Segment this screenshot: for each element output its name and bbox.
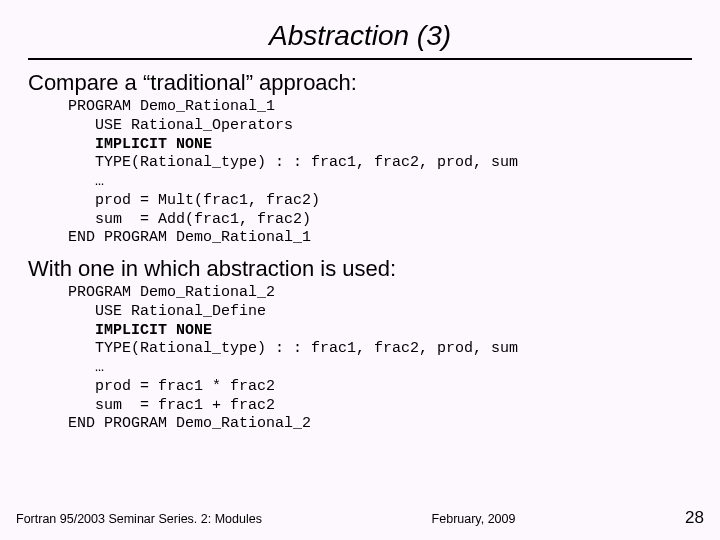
slide-title: Abstraction (3) xyxy=(28,20,692,52)
code-line: prod = frac1 * frac2 xyxy=(68,378,275,395)
code-line: USE Rational_Define xyxy=(68,303,266,320)
code-line: PROGRAM Demo_Rational_2 xyxy=(68,284,275,301)
footer-left: Fortran 95/2003 Seminar Series. 2: Modul… xyxy=(16,512,262,526)
code-line xyxy=(68,322,95,339)
code-line: USE Rational_Operators xyxy=(68,117,293,134)
lead-text-2: With one in which abstraction is used: xyxy=(28,256,692,282)
page-number: 28 xyxy=(685,508,704,528)
code-line: prod = Mult(frac1, frac2) xyxy=(68,192,320,209)
code-line: END PROGRAM Demo_Rational_2 xyxy=(68,415,311,432)
code-line: PROGRAM Demo_Rational_1 xyxy=(68,98,275,115)
code-line: … xyxy=(68,173,104,190)
lead-text-1: Compare a “traditional” approach: xyxy=(28,70,692,96)
code-block-2: PROGRAM Demo_Rational_2 USE Rational_Def… xyxy=(68,284,692,434)
code-line xyxy=(68,136,95,153)
slide-footer: Fortran 95/2003 Seminar Series. 2: Modul… xyxy=(16,508,704,528)
code-line: TYPE(Rational_type) : : frac1, frac2, pr… xyxy=(68,154,518,171)
code-keyword: IMPLICIT NONE xyxy=(95,322,212,339)
code-line: sum = frac1 + frac2 xyxy=(68,397,275,414)
code-line: … xyxy=(68,359,104,376)
code-line: TYPE(Rational_type) : : frac1, frac2, pr… xyxy=(68,340,518,357)
code-block-1: PROGRAM Demo_Rational_1 USE Rational_Ope… xyxy=(68,98,692,248)
code-line: sum = Add(frac1, frac2) xyxy=(68,211,311,228)
footer-center: February, 2009 xyxy=(432,512,516,526)
title-rule xyxy=(28,58,692,60)
code-line: END PROGRAM Demo_Rational_1 xyxy=(68,229,311,246)
code-keyword: IMPLICIT NONE xyxy=(95,136,212,153)
